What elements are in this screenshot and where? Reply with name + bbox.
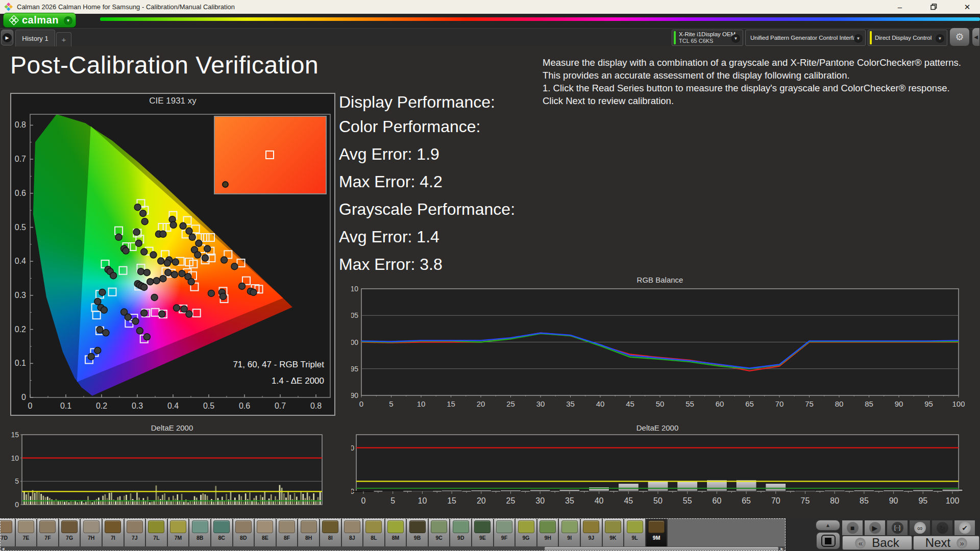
svg-text:30: 30: [535, 496, 545, 505]
svg-text:85: 85: [865, 399, 873, 408]
swatch-cell-7J[interactable]: 7J: [125, 519, 146, 546]
svg-text:0: 0: [28, 402, 33, 410]
swatch-cell-8E[interactable]: 8E: [255, 519, 277, 546]
swatch-color-chip: [344, 520, 360, 533]
page-title: Post-Calibration Verification: [10, 51, 318, 79]
read-series-button[interactable]: [··]: [887, 520, 908, 536]
swatch-cell-9B[interactable]: 9B: [407, 519, 429, 546]
color-swatch-inset: [214, 116, 327, 194]
swatch-label: 8C: [211, 535, 232, 541]
swatch-cell-8I[interactable]: 8I: [320, 519, 342, 546]
gear-icon: ⚙: [955, 31, 964, 43]
swatch-cell-7F[interactable]: 7F: [37, 519, 59, 546]
swatch-cell-8J[interactable]: 8J: [342, 519, 364, 546]
close-icon: ✕: [964, 3, 971, 12]
layout-nav-button[interactable]: ▶: [1, 30, 13, 45]
swatch-cell-8F[interactable]: 8F: [277, 519, 299, 546]
calman-dropdown-icon[interactable]: ▼: [64, 16, 72, 25]
svg-text:60: 60: [716, 399, 724, 408]
swatch-cell-7E[interactable]: 7E: [16, 519, 38, 546]
svg-text:0.1: 0.1: [15, 359, 26, 367]
svg-text:10: 10: [11, 454, 19, 462]
meter-device-selector[interactable]: X-Rite i1Display OEM TCL 65 C6KS ▼: [672, 30, 743, 46]
settings-button[interactable]: ⚙: [949, 28, 970, 46]
play-button[interactable]: ▶: [864, 520, 886, 536]
refresh-button[interactable]: ↻: [932, 520, 953, 536]
swatch-color-chip: [431, 520, 447, 533]
swatch-cell-9K[interactable]: 9K: [603, 519, 625, 546]
svg-text:15: 15: [447, 496, 456, 505]
swatch-cell-7M[interactable]: 7M: [168, 519, 190, 546]
swatch-label: 8H: [298, 535, 319, 541]
pattern-dropdown-icon[interactable]: ▼: [854, 34, 863, 43]
swatch-cell-7D[interactable]: 7D: [0, 519, 16, 546]
display-dropdown-icon[interactable]: ▼: [936, 34, 944, 43]
swatch-cell-8B[interactable]: 8B: [189, 519, 211, 546]
svg-text:RGB Balance: RGB Balance: [637, 276, 683, 284]
svg-text:25: 25: [506, 496, 516, 505]
svg-text:0.4: 0.4: [167, 402, 179, 410]
swatch-cell-7G[interactable]: 7G: [59, 519, 81, 546]
pattern-window-button[interactable]: [816, 532, 840, 549]
scroll-left-icon[interactable]: ◀: [1, 546, 6, 551]
swatch-label: 8J: [342, 535, 363, 541]
swatch-cell-8C[interactable]: 8C: [211, 519, 233, 546]
svg-text:75: 75: [805, 399, 814, 408]
grayscale-avg-error: Avg Error: 1.4: [339, 228, 515, 255]
restore-button[interactable]: [926, 2, 941, 13]
tab-add-button[interactable]: +: [56, 32, 71, 46]
swatch-label: 9E: [472, 535, 493, 541]
swatch-color-chip: [540, 520, 556, 533]
swatch-cell-7H[interactable]: 7H: [81, 519, 103, 546]
svg-text:65: 65: [742, 496, 751, 505]
calman-menu-button[interactable]: calman ▼: [3, 13, 76, 28]
scroll-right-icon[interactable]: ▶: [779, 546, 785, 551]
back-button[interactable]: « Back: [842, 536, 912, 550]
swatch-cell-9M[interactable]: 9M: [646, 519, 668, 546]
swatch-cell-9I[interactable]: 9I: [559, 519, 581, 546]
strip-collapse-button[interactable]: ▲: [816, 520, 840, 531]
instruction-line: Measure the display with a combination o…: [543, 56, 976, 69]
svg-text:90: 90: [895, 399, 903, 408]
minimize-button[interactable]: –: [892, 2, 908, 13]
svg-text:95: 95: [351, 365, 358, 373]
svg-text:95: 95: [924, 399, 933, 408]
swatch-cell-9J[interactable]: 9J: [581, 519, 603, 546]
swatch-cell-7I[interactable]: 7I: [103, 519, 125, 546]
svg-text:25: 25: [506, 399, 515, 408]
continuous-button[interactable]: ∞: [909, 520, 930, 536]
color-performance-heading: Color Performance:: [339, 117, 515, 145]
tab-history-1[interactable]: History 1: [15, 30, 55, 46]
swatch-cell-9D[interactable]: 9D: [450, 519, 472, 546]
next-button[interactable]: Next »: [913, 536, 979, 550]
swatch-cell-9E[interactable]: 9E: [472, 519, 494, 546]
swatch-cell-9H[interactable]: 9H: [537, 519, 559, 546]
swatch-cell-9F[interactable]: 9F: [494, 519, 516, 546]
accept-button[interactable]: ✔: [954, 520, 975, 536]
strip-scrollbar[interactable]: ◀ ▶: [1, 546, 785, 551]
swatch-cell-9L[interactable]: 9L: [624, 519, 646, 546]
swatch-color-chip: [39, 520, 56, 533]
swatch-cell-8D[interactable]: 8D: [233, 519, 255, 546]
meter-dropdown-icon[interactable]: ▼: [731, 34, 740, 43]
next-label: Next: [925, 536, 950, 550]
pattern-generator-selector[interactable]: Unified Pattern Generator Control Interf…: [745, 30, 866, 46]
scrollbar-thumb[interactable]: [545, 547, 778, 550]
swatch-label: 9F: [494, 535, 515, 541]
swatch-cell-7L[interactable]: 7L: [146, 519, 168, 546]
svg-text:0.5: 0.5: [203, 402, 214, 410]
svg-text:40: 40: [596, 399, 605, 408]
swatch-cell-8L[interactable]: 8L: [363, 519, 385, 546]
swatch-color-chip: [83, 520, 100, 533]
close-button[interactable]: ✕: [960, 2, 975, 13]
stop-button[interactable]: ■: [842, 520, 863, 536]
svg-text:15: 15: [11, 431, 19, 439]
swatch-cell-8H[interactable]: 8H: [298, 519, 320, 546]
swatch-cell-8M[interactable]: 8M: [385, 519, 407, 546]
swatch-cell-9C[interactable]: 9C: [429, 519, 451, 546]
meter-name: X-Rite i1Display OEM: [679, 31, 736, 38]
svg-text:100: 100: [351, 338, 358, 346]
collapse-panel-button[interactable]: ◀: [972, 28, 980, 46]
display-control-selector[interactable]: Direct Display Control ▼: [868, 30, 947, 46]
swatch-cell-9G[interactable]: 9G: [516, 519, 537, 546]
